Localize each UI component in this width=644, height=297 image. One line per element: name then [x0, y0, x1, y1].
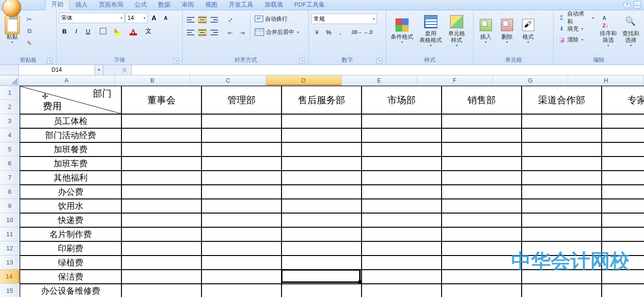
- clipboard-launcher[interactable]: ↘: [47, 58, 53, 64]
- cell-F10[interactable]: [442, 213, 522, 227]
- insert-cells-button[interactable]: 插入▾: [476, 12, 496, 50]
- cell-E11[interactable]: [362, 227, 442, 241]
- row-header-3[interactable]: 3: [0, 114, 19, 128]
- cell-H6[interactable]: [602, 157, 644, 171]
- orientation-button[interactable]: ⤢: [225, 14, 236, 25]
- cell-C3[interactable]: [201, 114, 282, 128]
- cell-G11[interactable]: [522, 227, 602, 241]
- cell-E14[interactable]: [362, 270, 442, 284]
- row-header-4[interactable]: 4: [0, 128, 19, 142]
- row-header-5[interactable]: 5: [0, 142, 19, 157]
- row-header-14[interactable]: 14: [0, 270, 19, 284]
- cell-A12[interactable]: 印刷费: [20, 241, 121, 256]
- cell-A14[interactable]: 保洁费: [20, 270, 121, 284]
- cell-D5[interactable]: [282, 142, 362, 157]
- cell-A11[interactable]: 名片制作费: [20, 227, 121, 241]
- cell-H11[interactable]: [602, 227, 644, 241]
- help-icon[interactable]: ?: [623, 1, 631, 8]
- cell-C9[interactable]: [201, 199, 282, 213]
- cell-styles-button[interactable]: 单元格 样式▾: [446, 12, 467, 50]
- row-header-6[interactable]: 6: [0, 157, 19, 171]
- row-header-13[interactable]: 13: [0, 256, 19, 270]
- cell-B6[interactable]: [121, 157, 201, 171]
- row-header-11[interactable]: 11: [0, 227, 19, 241]
- cell-G9[interactable]: [522, 199, 602, 213]
- cell-H1[interactable]: 专家服: [602, 86, 644, 114]
- delete-cells-button[interactable]: 删除▾: [497, 12, 517, 50]
- cell-H4[interactable]: [602, 128, 644, 142]
- row-header-15[interactable]: 15: [0, 284, 19, 297]
- underline-button[interactable]: U: [82, 25, 94, 37]
- select-all-corner[interactable]: [0, 75, 19, 85]
- merge-center-button[interactable]: 合并后居中▾: [253, 27, 301, 37]
- cell-G13[interactable]: [522, 256, 602, 270]
- fill-color-button[interactable]: [113, 25, 124, 37]
- cell-F3[interactable]: [442, 114, 522, 128]
- tab-page-layout[interactable]: 页面布局: [93, 0, 129, 10]
- sort-filter-button[interactable]: 排序和 筛选▾: [597, 12, 619, 50]
- cell-G7[interactable]: [522, 171, 602, 185]
- tab-review[interactable]: 审阅: [176, 0, 200, 10]
- cell-A8[interactable]: 办公费: [20, 185, 121, 199]
- row-header-2[interactable]: 2: [0, 100, 19, 114]
- cell-H7[interactable]: [602, 171, 644, 185]
- cell-D10[interactable]: [282, 213, 362, 227]
- align-center-button[interactable]: [197, 27, 208, 38]
- cell-H12[interactable]: [602, 241, 644, 256]
- cell-G15[interactable]: [522, 284, 602, 297]
- increase-indent-button[interactable]: ⇥: [236, 27, 248, 38]
- alignment-launcher[interactable]: ↘: [299, 58, 305, 64]
- cell-B12[interactable]: [121, 241, 201, 256]
- cell-D14[interactable]: [282, 270, 362, 284]
- cell-C1[interactable]: 管理部: [201, 86, 282, 114]
- cell-G6[interactable]: [522, 157, 602, 171]
- cell-H8[interactable]: [602, 185, 644, 199]
- cell-G8[interactable]: [522, 185, 602, 199]
- cell-H14[interactable]: [602, 270, 644, 284]
- cell-D4[interactable]: [282, 128, 362, 142]
- cell-A4[interactable]: 部门活动经费: [20, 128, 121, 142]
- cell-B10[interactable]: [121, 213, 201, 227]
- clear-button[interactable]: ◪清除▾: [556, 34, 596, 45]
- number-launcher[interactable]: ↘: [377, 58, 382, 64]
- cell-D8[interactable]: [282, 185, 362, 199]
- cell-F7[interactable]: [442, 171, 522, 185]
- cell-D1[interactable]: 售后服务部: [282, 86, 362, 114]
- grow-font-button[interactable]: [148, 12, 160, 24]
- cut-button[interactable]: [24, 14, 35, 25]
- cell-E3[interactable]: [362, 114, 442, 128]
- cell-H9[interactable]: [602, 199, 644, 213]
- number-format-combo[interactable]: 常规▾: [311, 14, 377, 24]
- conditional-format-button[interactable]: 条件格式▾: [388, 12, 416, 50]
- col-header-A[interactable]: A: [19, 75, 115, 85]
- font-name-combo[interactable]: 宋体▾: [59, 13, 125, 23]
- col-header-B[interactable]: B: [115, 75, 191, 85]
- cell-C13[interactable]: [201, 256, 282, 270]
- tab-home[interactable]: 开始: [45, 0, 70, 10]
- increase-decimal-button[interactable]: .00→: [351, 26, 362, 38]
- cell-D7[interactable]: [282, 171, 362, 185]
- cell-C5[interactable]: [201, 142, 282, 157]
- cell-A13[interactable]: 绿植费: [20, 256, 121, 270]
- col-header-E[interactable]: E: [342, 75, 418, 85]
- bold-button[interactable]: B: [59, 25, 70, 37]
- font-launcher[interactable]: ↘: [173, 58, 179, 64]
- cell-B8[interactable]: [121, 185, 201, 199]
- cell-B1[interactable]: 董事会: [121, 86, 201, 114]
- cell-E6[interactable]: [362, 157, 442, 171]
- cell-A6[interactable]: 加班车费: [20, 157, 121, 171]
- cell-C15[interactable]: [201, 284, 282, 297]
- cell-B7[interactable]: [121, 171, 201, 185]
- cell-B11[interactable]: [121, 227, 201, 241]
- fill-button[interactable]: ⬇填充▾: [556, 24, 596, 34]
- cell-G12[interactable]: [522, 241, 602, 256]
- cell-E7[interactable]: [362, 171, 442, 185]
- cell-B15[interactable]: [121, 284, 201, 297]
- row-header-12[interactable]: 12: [0, 241, 19, 256]
- cell-D9[interactable]: [282, 199, 362, 213]
- cell-D12[interactable]: [282, 241, 362, 256]
- autosum-button[interactable]: Σ自动求和▾: [556, 13, 596, 23]
- paste-button[interactable]: 粘贴 ▾: [2, 12, 22, 50]
- shrink-font-button[interactable]: [160, 12, 171, 24]
- font-color-button[interactable]: A: [128, 25, 139, 37]
